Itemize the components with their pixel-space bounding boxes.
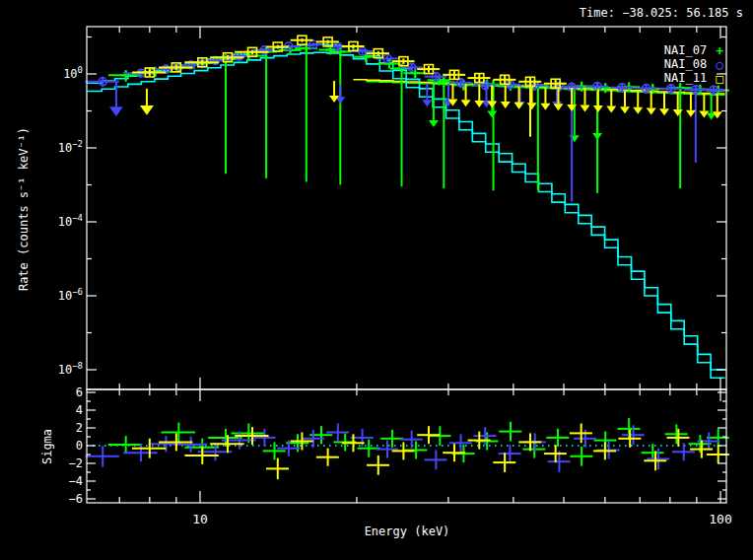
tick-label: 10−8 (58, 361, 83, 377)
legend-marker-circle-icon: ○ (716, 57, 723, 72)
residuals-NAI_08 (85, 424, 719, 473)
down-arrow-icon (592, 133, 602, 140)
model-curves (87, 44, 725, 378)
down-arrow-icon (593, 105, 603, 112)
down-arrow-icon (501, 102, 511, 108)
tick-label: −4 (69, 474, 83, 488)
down-arrow-icon (109, 106, 123, 116)
tick-label: 2 (76, 421, 83, 435)
down-arrow-icon (553, 104, 563, 110)
spectral-fit-window: 1010010010−210−410−610−86420−2−4−6 Time:… (0, 0, 753, 560)
legend-label: NAI_08 (664, 57, 707, 71)
legend-marker-square-icon: □ (716, 71, 723, 86)
legend-item-nai11: NAI_11 □ (664, 71, 723, 85)
x-axis-label-energy: Energy (keV) (87, 525, 727, 538)
tick-label: 4 (76, 403, 83, 417)
down-arrow-icon (659, 108, 669, 115)
legend-item-nai08: NAI_08 ○ (664, 57, 723, 71)
tick-label: 100 (63, 65, 83, 81)
y-axis-label-sigma: Sigma (40, 407, 54, 486)
tick-label: 10−6 (58, 287, 83, 303)
down-arrow-icon (514, 103, 524, 109)
down-arrow-icon (140, 105, 154, 115)
legend-item-nai07: NAI_07 + (664, 43, 723, 57)
down-arrow-icon (647, 108, 656, 115)
plot-title: Time: −38.025: 56.185 s (580, 6, 743, 20)
model-steep-upper (87, 44, 725, 370)
tick-label: −6 (69, 492, 83, 506)
model-steep-lower (87, 52, 725, 378)
tick-label: 6 (76, 385, 83, 399)
legend: NAI_07 + NAI_08 ○ NAI_11 □ (664, 43, 723, 85)
down-arrow-icon (429, 120, 439, 127)
tick-label: 10−2 (58, 139, 83, 155)
down-arrow-icon (620, 106, 630, 113)
down-arrow-icon (461, 100, 471, 106)
tick-label: 0 (76, 439, 83, 453)
down-arrow-icon (527, 103, 537, 109)
tick-label: −2 (69, 456, 83, 470)
down-arrow-icon (580, 105, 589, 111)
down-arrow-icon (474, 101, 484, 107)
down-arrow-icon (606, 106, 616, 113)
down-arrow-icon (487, 111, 497, 118)
down-arrow-icon (673, 109, 683, 116)
legend-marker-plus-icon: + (716, 43, 723, 58)
down-arrow-icon (422, 100, 432, 106)
down-arrow-icon (686, 110, 696, 117)
legend-label: NAI_07 (664, 43, 707, 57)
spectrum-plot-canvas: 1010010010−210−410−610−86420−2−4−6 (0, 0, 753, 560)
legend-label: NAI_11 (664, 71, 707, 85)
tick-label: 10−4 (58, 213, 83, 229)
down-arrow-icon (487, 101, 497, 107)
y-axis-label-rate: Rate (counts s⁻¹ keV⁻¹) (17, 81, 31, 337)
down-arrow-icon (540, 104, 550, 110)
down-arrow-icon (633, 107, 643, 114)
